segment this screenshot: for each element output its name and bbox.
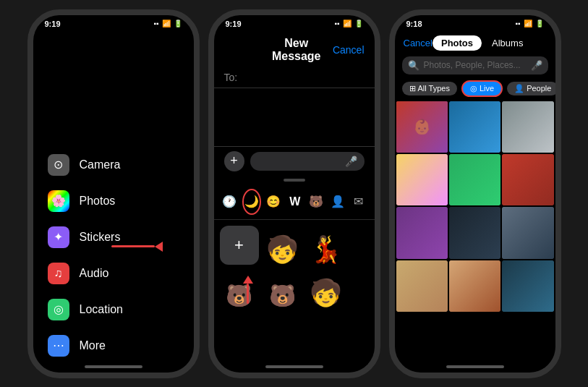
stickers-icon: ✦ [48, 226, 69, 248]
search-placeholder: Photos, People, Places... [424, 60, 521, 70]
stickers-panel: + 🧒 💃 🐻 🐻 🧒 [214, 220, 375, 314]
search-icon: 🔍 [408, 60, 419, 71]
photos-tabs: Photos Albums [433, 35, 532, 51]
phone-1: 9:19 ▪▪ 📶 🔋 ⊙ Camera 🌸 Photos ✦ Stickers… [27, 9, 200, 378]
people-label: People [527, 84, 551, 93]
photo-cell-2[interactable] [449, 101, 500, 153]
audio-label: Audio [80, 267, 109, 280]
location-label: Location [80, 303, 124, 316]
camera-label: Camera [80, 158, 121, 171]
drag-handle [284, 179, 305, 182]
stickers-arrow [111, 242, 163, 252]
more-icon: ⋯ [48, 335, 69, 357]
arrow-head-up [243, 276, 253, 284]
photo-cell-5[interactable] [449, 154, 500, 205]
menu-list: ⊙ Camera 🌸 Photos ✦ Stickers ♫ Audio ◎ L… [33, 147, 194, 364]
status-bar-1: 9:19 ▪▪ 📶 🔋 [33, 15, 194, 31]
photos-icon: 🌸 [48, 190, 69, 212]
tab-photos[interactable]: Photos [433, 35, 482, 51]
menu-item-camera[interactable]: ⊙ Camera [48, 147, 179, 183]
sticker-7[interactable] [350, 269, 375, 308]
photo-cell-11[interactable] [449, 260, 500, 312]
tab-albums[interactable]: Albums [483, 35, 532, 51]
to-label: To: [224, 72, 238, 83]
home-indicator-1 [85, 365, 142, 368]
filter-all-types[interactable]: ⊞ All Types [402, 82, 457, 95]
home-indicator-2 [265, 365, 323, 368]
photos-label: Photos [80, 195, 116, 208]
live-label: Live [480, 84, 494, 93]
photo-search-bar[interactable]: 🔍 Photos, People, Places... 🎤 [402, 56, 548, 75]
photo-cell-1[interactable]: 👶 [396, 101, 448, 153]
new-message-header: New Message Cancel [214, 31, 375, 67]
live-icon: ◎ [470, 84, 477, 93]
photo-cell-9[interactable] [502, 207, 553, 258]
photo-cell-12[interactable] [502, 260, 553, 312]
time-1: 9:19 [45, 20, 61, 28]
emoji-w[interactable]: W [286, 190, 303, 214]
status-bar-2: 9:19 ▪▪ 📶 🔋 [214, 15, 375, 31]
sticker-6[interactable]: 🧒 [307, 269, 346, 308]
filter-row: ⊞ All Types ◎ Live 👤 People 🐾 Animals [395, 77, 555, 100]
audio-icon: ♫ [48, 263, 69, 284]
phone-2-screen: 9:19 ▪▪ 📶 🔋 New Message Cancel To: + 🎤 [214, 15, 375, 373]
arrow-line [111, 245, 155, 247]
status-icons-2: ▪▪ 📶 🔋 [334, 20, 362, 27]
cancel-button[interactable]: Cancel [333, 44, 365, 56]
filter-live[interactable]: ◎ Live [461, 80, 503, 97]
filter-people[interactable]: 👤 People [507, 82, 555, 95]
location-icon: ◎ [48, 299, 69, 320]
mic-search-icon: 🎤 [531, 60, 542, 71]
status-icons-3: ▪▪ 📶 🔋 [515, 20, 543, 27]
arrow-line-v [247, 284, 249, 304]
photo-cell-6[interactable] [502, 154, 553, 205]
text-input[interactable]: 🎤 [250, 152, 365, 171]
status-icons-1: ▪▪ 📶 🔋 [153, 20, 182, 27]
add-sticker-arrow [243, 276, 253, 304]
time-2: 9:19 [226, 20, 242, 28]
phone-3: 9:18 ▪▪ 📶 🔋 Cancel Photos Albums 🔍 Photo… [389, 9, 561, 378]
photo-grid: 👶 [395, 100, 555, 313]
emoji-bear[interactable]: 🐻 [308, 190, 325, 214]
arrow-head [155, 242, 163, 252]
mic-icon: 🎤 [345, 156, 357, 167]
more-label: More [80, 339, 106, 352]
emoji-toolbar: 🕐 🌙 😊 W 🐻 👤 ✉ [214, 184, 375, 220]
emoji-mail[interactable]: ✉ [350, 190, 367, 214]
sticker-moon-button[interactable]: 🌙 [242, 189, 261, 215]
plus-button[interactable]: + [224, 151, 244, 171]
emoji-clock[interactable]: 🕐 [221, 190, 238, 214]
sticker-1[interactable]: 🧒 [263, 226, 302, 265]
emoji-person[interactable]: 👤 [329, 190, 346, 214]
new-message-title: New Message [260, 37, 333, 63]
compose-toolbar: + 🎤 [214, 146, 375, 176]
all-types-label: All Types [418, 84, 450, 93]
emoji-smile[interactable]: 😊 [265, 190, 282, 214]
time-3: 9:18 [406, 20, 422, 28]
menu-item-photos[interactable]: 🌸 Photos [48, 183, 179, 219]
message-body [214, 88, 375, 146]
phone-3-screen: 9:18 ▪▪ 📶 🔋 Cancel Photos Albums 🔍 Photo… [395, 15, 555, 373]
status-bar-3: 9:18 ▪▪ 📶 🔋 [395, 15, 555, 31]
sticker-2[interactable]: 💃 [307, 226, 346, 265]
photo-cell-4[interactable] [396, 154, 448, 205]
photo-cell-7[interactable] [396, 207, 448, 258]
photo-cell-8[interactable] [449, 207, 500, 258]
to-field[interactable]: To: [214, 67, 375, 88]
plus-icon: + [234, 236, 244, 255]
camera-icon: ⊙ [48, 154, 69, 176]
home-indicator-3 [446, 365, 504, 368]
photo-cell-10[interactable] [396, 260, 448, 312]
add-sticker-button[interactable]: + [220, 226, 259, 265]
menu-item-location[interactable]: ◎ Location [48, 292, 179, 328]
menu-item-more[interactable]: ⋯ More [48, 328, 179, 364]
photos-header: Cancel Photos Albums [395, 31, 555, 54]
menu-item-audio[interactable]: ♫ Audio [48, 255, 179, 292]
sticker-3[interactable] [350, 226, 375, 265]
sticker-5[interactable]: 🐻 [263, 269, 302, 308]
phone-2: 9:19 ▪▪ 📶 🔋 New Message Cancel To: + 🎤 [208, 9, 380, 378]
phone-1-screen: 9:19 ▪▪ 📶 🔋 ⊙ Camera 🌸 Photos ✦ Stickers… [33, 15, 194, 373]
photo-cell-3[interactable] [502, 101, 553, 153]
photos-cancel-button[interactable]: Cancel [404, 38, 433, 48]
